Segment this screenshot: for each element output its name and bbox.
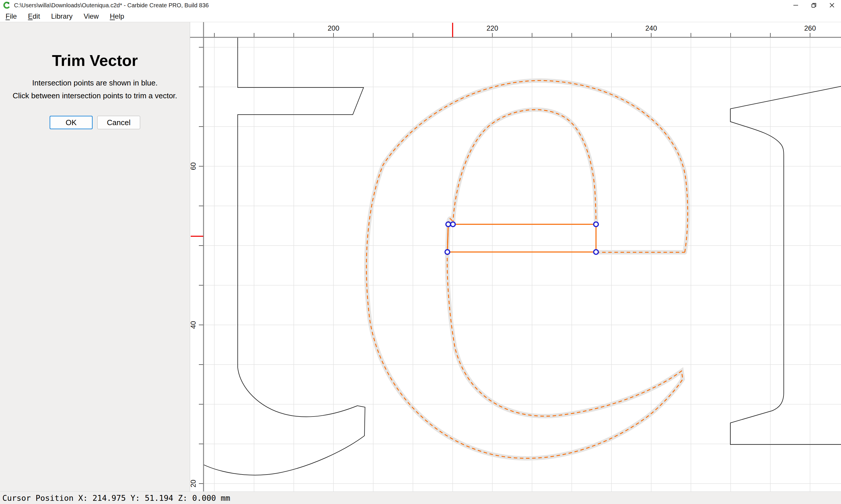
left-ruler-label: 20 xyxy=(190,480,197,488)
panel-instructions: Intersection points are shown in blue. C… xyxy=(0,76,190,102)
status-bar: Cursor Position X: 214.975 Y: 51.194 Z: … xyxy=(0,491,841,504)
top-ruler-label: 240 xyxy=(645,24,657,32)
menu-view[interactable]: View xyxy=(78,12,104,20)
top-ruler-label: 200 xyxy=(328,24,339,32)
top-ruler-label: 260 xyxy=(804,24,816,32)
top-ruler-label: 220 xyxy=(486,24,498,32)
intersection-node[interactable] xyxy=(594,222,598,227)
instruction-line-1: Intersection points are shown in blue. xyxy=(0,76,190,89)
drawing-canvas[interactable]: 200220240260204060 xyxy=(190,22,841,491)
panel-buttons: OK Cancel xyxy=(0,116,190,129)
window-title: C:\Users\willa\Downloads\Outeniqua.c2d* … xyxy=(14,2,209,9)
minimize-button[interactable] xyxy=(787,0,805,11)
minimize-icon xyxy=(793,2,799,8)
menu-bar: FileEditLibraryViewHelp xyxy=(0,11,841,22)
window-controls xyxy=(787,0,841,11)
instruction-line-2: Click between intersection points to tri… xyxy=(0,89,190,102)
panel-title: Trim Vector xyxy=(0,51,190,69)
title-bar: C:\Users\willa\Downloads\Outeniqua.c2d* … xyxy=(0,0,841,11)
intersection-node[interactable] xyxy=(445,250,450,254)
intersection-node[interactable] xyxy=(594,250,598,254)
left-ruler-label: 40 xyxy=(190,321,197,329)
menu-library[interactable]: Library xyxy=(46,12,78,20)
close-button[interactable] xyxy=(823,0,841,11)
intersection-node[interactable] xyxy=(450,222,455,227)
ok-button[interactable]: OK xyxy=(50,116,92,129)
menu-help[interactable]: Help xyxy=(104,12,130,20)
app-window: C:\Users\willa\Downloads\Outeniqua.c2d* … xyxy=(0,0,841,504)
cancel-button[interactable]: Cancel xyxy=(97,116,140,129)
close-icon xyxy=(829,2,835,8)
menu-file[interactable]: File xyxy=(0,12,22,20)
restore-button[interactable] xyxy=(805,0,823,11)
menu-edit[interactable]: Edit xyxy=(22,12,46,20)
trim-vector-panel: Trim Vector Intersection points are show… xyxy=(0,22,190,491)
restore-icon xyxy=(811,2,817,8)
app-logo-icon xyxy=(3,1,11,9)
intersection-node[interactable] xyxy=(446,222,450,227)
cursor-position-readout: Cursor Position X: 214.975 Y: 51.194 Z: … xyxy=(2,493,230,503)
left-ruler-label: 60 xyxy=(190,162,197,170)
canvas-background xyxy=(190,22,841,491)
